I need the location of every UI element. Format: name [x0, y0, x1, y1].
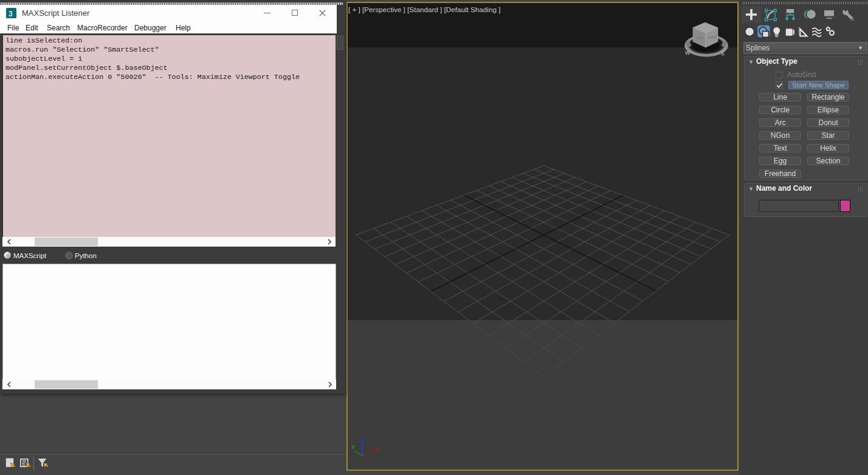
svg-text:X: X — [374, 446, 378, 452]
svg-text:Y: Y — [351, 444, 355, 450]
svg-text:W: W — [685, 50, 690, 56]
svg-text:3: 3 — [9, 9, 13, 18]
svg-text:Z: Z — [362, 436, 365, 442]
svg-text:S: S — [721, 50, 725, 56]
